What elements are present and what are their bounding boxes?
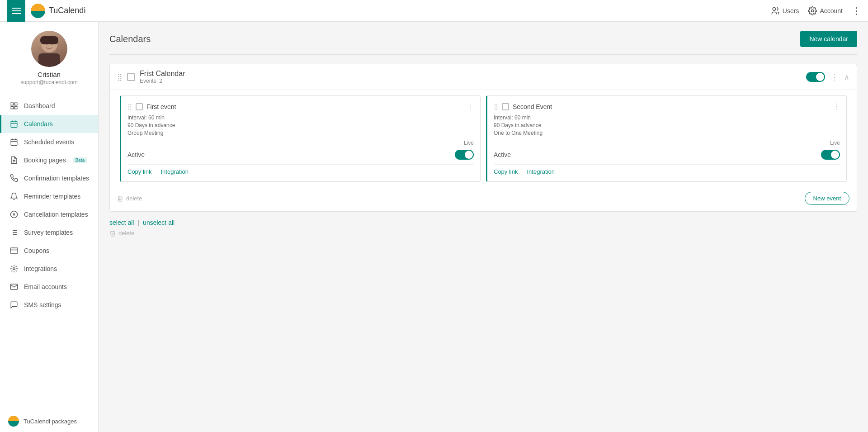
- new-event-button[interactable]: New event: [805, 192, 849, 205]
- svg-rect-10: [15, 107, 17, 109]
- calendar-checkbox[interactable]: [127, 73, 135, 81]
- sidebar-item-cancellation-templates[interactable]: Cancellation templates: [0, 205, 98, 223]
- event-integration-1[interactable]: Integration: [527, 168, 554, 175]
- calendar-delete-button[interactable]: delete: [117, 195, 142, 202]
- events-grid: ⣿ First event ⋮ Interval: 60 min 90 Days…: [110, 90, 857, 187]
- bottom-trash-icon: [109, 230, 116, 237]
- sidebar-item-booking-pages[interactable]: Booking pages Beta: [0, 151, 98, 169]
- bottom-delete-label: delete: [118, 230, 134, 237]
- sidebar-item-integrations[interactable]: Integrations: [0, 260, 98, 278]
- trash-icon: [117, 195, 123, 202]
- sidebar-item-email-accounts[interactable]: Email accounts: [0, 278, 98, 296]
- event-advance-0: 90 Days in advance: [127, 122, 474, 128]
- calendar-toggle[interactable]: [806, 72, 825, 82]
- svg-point-32: [13, 268, 15, 270]
- calendar-drag-handle[interactable]: ⣿: [117, 73, 123, 81]
- sidebar-item-label: Confirmation templates: [24, 175, 89, 182]
- avatar: [31, 31, 67, 67]
- event-card-header-1: ⣿ Second Event ⋮: [494, 102, 840, 111]
- event-interval-1: Interval: 60 min: [494, 114, 840, 121]
- event-live-badge-1: Live: [830, 140, 840, 146]
- sidebar-item-coupons[interactable]: Coupons: [0, 242, 98, 260]
- event-meeting-type-1: One to One Meeting: [494, 130, 840, 136]
- users-button[interactable]: Users: [771, 6, 799, 15]
- booking-pages-icon: [9, 156, 19, 165]
- sidebar-item-sms-settings[interactable]: SMS settings: [0, 296, 98, 314]
- logo: TuCalendi: [31, 4, 85, 18]
- event-toggle-1[interactable]: [821, 150, 840, 160]
- calendar-more-button[interactable]: ⋮: [830, 72, 839, 82]
- sidebar-item-label: Survey templates: [24, 229, 73, 236]
- event-active-label-0: Active: [127, 151, 145, 158]
- coupons-icon: [9, 246, 19, 255]
- select-all-link[interactable]: select all: [109, 219, 134, 226]
- event-more-button-0[interactable]: ⋮: [467, 102, 474, 111]
- sidebar-item-survey-templates[interactable]: Survey templates: [0, 223, 98, 242]
- avatar-image: [31, 31, 67, 67]
- sidebar-nav: Dashboard Calendars: [0, 93, 98, 410]
- event-checkbox-0[interactable]: [136, 103, 143, 110]
- sidebar-item-confirmation-templates[interactable]: Confirmation templates: [0, 169, 98, 187]
- sidebar-item-label: Cancellation templates: [24, 211, 88, 218]
- sidebar-footer-packages[interactable]: TuCalendi packages: [0, 410, 98, 432]
- calendars-icon: [9, 119, 19, 128]
- sidebar-item-label: Coupons: [24, 247, 49, 254]
- divider: |: [137, 219, 139, 226]
- sidebar-item-label: Email accounts: [24, 283, 67, 290]
- more-options-button[interactable]: ⋮: [852, 5, 861, 16]
- sidebar-item-label: Calendars: [24, 120, 53, 128]
- footer-packages-label: TuCalendi packages: [24, 418, 77, 425]
- calendar-footer: delete New event: [110, 187, 857, 211]
- select-all-row: select all | unselect all: [109, 219, 857, 226]
- event-drag-handle-0[interactable]: ⣿: [127, 103, 132, 110]
- calendar-card: ⣿ Frist Calendar Events: 2 ⋮ ∧: [109, 64, 857, 212]
- profile-email: support@tucalendi.com: [20, 79, 77, 85]
- event-name-1: Second Event: [513, 103, 829, 110]
- sms-settings-icon: [9, 300, 19, 309]
- bottom-delete-button[interactable]: delete: [109, 230, 857, 237]
- new-calendar-button[interactable]: New calendar: [800, 31, 857, 47]
- account-label: Account: [820, 7, 843, 14]
- footer-logo-icon: [8, 416, 19, 427]
- content-area: Calendars New calendar ⣿ Frist Calendar …: [99, 22, 868, 432]
- scheduled-events-icon: [9, 138, 19, 147]
- event-more-button-1[interactable]: ⋮: [833, 102, 840, 111]
- calendar-delete-label: delete: [126, 195, 142, 202]
- cancellation-templates-icon: [9, 210, 19, 219]
- integrations-icon: [9, 264, 19, 273]
- event-active-label-1: Active: [494, 151, 511, 158]
- event-name-0: First event: [146, 103, 463, 110]
- event-drag-handle-1[interactable]: ⣿: [494, 103, 498, 110]
- sidebar-item-calendars[interactable]: Calendars: [0, 115, 98, 133]
- event-toggle-0[interactable]: [455, 150, 474, 160]
- hamburger-menu[interactable]: [7, 0, 25, 22]
- event-card-0: ⣿ First event ⋮ Interval: 60 min 90 Days…: [120, 95, 481, 182]
- event-status-row-1: Live: [494, 140, 840, 146]
- event-integration-0[interactable]: Integration: [160, 168, 188, 175]
- event-live-badge-0: Live: [464, 140, 474, 146]
- sidebar-item-label: Reminder templates: [24, 193, 80, 200]
- confirmation-templates-icon: [9, 174, 19, 183]
- event-checkbox-1[interactable]: [502, 103, 509, 110]
- svg-rect-7: [11, 103, 13, 105]
- topnav-right: Users Account ⋮: [771, 5, 861, 16]
- event-copy-link-0[interactable]: Copy link: [127, 168, 151, 175]
- sidebar-item-reminder-templates[interactable]: Reminder templates: [0, 187, 98, 205]
- svg-rect-3: [38, 53, 60, 67]
- logo-icon: [31, 4, 45, 18]
- account-button[interactable]: Account: [808, 6, 843, 15]
- event-copy-link-1[interactable]: Copy link: [494, 168, 518, 175]
- profile-name: Cristian: [38, 71, 61, 78]
- calendar-collapse-button[interactable]: ∧: [844, 73, 849, 81]
- svg-point-0: [773, 7, 776, 10]
- event-interval-0: Interval: 60 min: [127, 114, 474, 121]
- event-status-row-0: Live: [127, 140, 474, 146]
- page-title: Calendars: [109, 34, 151, 44]
- event-card-header-0: ⣿ First event ⋮: [127, 102, 474, 111]
- event-links-1: Copy link Integration: [494, 164, 840, 175]
- sidebar-item-dashboard[interactable]: Dashboard: [0, 97, 98, 115]
- event-active-row-0: Active: [127, 150, 474, 160]
- unselect-all-link[interactable]: unselect all: [143, 219, 175, 226]
- sidebar-item-scheduled-events[interactable]: Scheduled events: [0, 133, 98, 151]
- content-header: Calendars New calendar: [109, 31, 857, 55]
